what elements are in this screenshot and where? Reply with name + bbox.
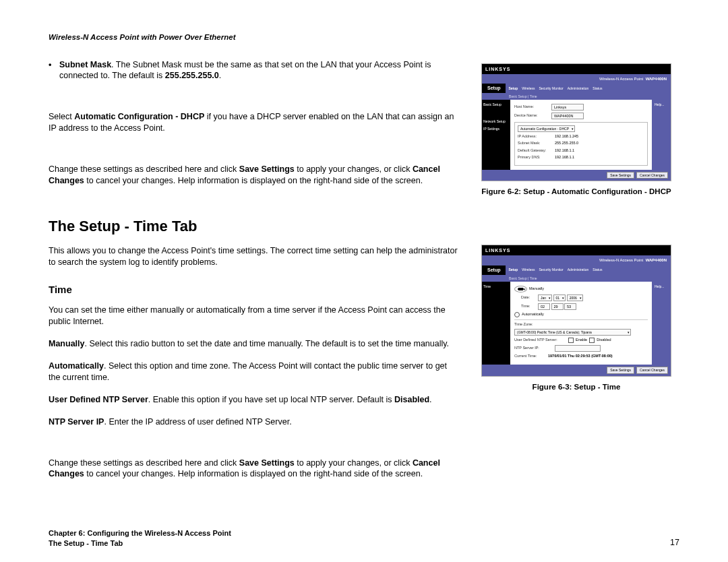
- figure-column: LINKSYS Wireless-N Access Point WAP4400N…: [473, 59, 679, 393]
- banner: Wireless-N Access Point WAP4400N: [482, 74, 671, 84]
- para-save-settings-2: Change these settings as described here …: [49, 458, 460, 480]
- footer-section: The Setup - Time Tab: [49, 538, 231, 549]
- bullet-subnet-mask: • Subnet Mask. The Subnet Mask must be t…: [49, 59, 460, 82]
- para-save-settings-1: Change these settings as described here …: [49, 164, 460, 187]
- para-automatically: Automatically. Select this option and ti…: [49, 361, 460, 383]
- figure-6-3-caption: Figure 6-3: Setup - Time: [473, 382, 679, 393]
- heading-time: Time: [49, 283, 460, 296]
- para-time-desc: You can set the time either manually or …: [49, 305, 460, 327]
- para-ntp-server-ip: NTP Server IP. Enter the IP address of u…: [49, 416, 460, 428]
- subnet-mask-label: Subnet Mask: [59, 60, 111, 69]
- main-text-column: • Subnet Mask. The Subnet Mask must be t…: [49, 59, 473, 491]
- page-number: 17: [670, 537, 679, 549]
- brand-bar: LINKSYS: [482, 64, 671, 74]
- figure-6-2-screenshot: LINKSYS Wireless-N Access Point WAP4400N…: [481, 63, 671, 182]
- footer-chapter: Chapter 6: Configuring the Wireless-N Ac…: [49, 528, 231, 538]
- para-ntp-server: User Defined NTP Server. Enable this opt…: [49, 394, 460, 406]
- heading-setup-time-tab: The Setup - Time Tab: [49, 216, 460, 237]
- figure-6-2-caption: Figure 6-2: Setup - Automatic Configurat…: [473, 187, 679, 197]
- page-footer: Chapter 6: Configuring the Wireless-N Ac…: [49, 528, 679, 549]
- tab-setup: Setup: [482, 84, 506, 93]
- figure-6-3-screenshot: LINKSYS Wireless-N Access Point WAP4400N…: [481, 245, 671, 377]
- para-select-dhcp: Select Automatic Configuration - DHCP if…: [49, 111, 460, 134]
- para-manually: Manually. Select this radio button to se…: [49, 338, 460, 350]
- para-time-intro: This allows you to change the Access Poi…: [49, 245, 460, 268]
- tab-setup: Setup: [482, 266, 506, 275]
- banner: Wireless-N Access Point WAP4400N: [482, 255, 671, 265]
- page-header: Wireless-N Access Point with Power Over …: [49, 32, 679, 43]
- brand-bar: LINKSYS: [482, 245, 671, 255]
